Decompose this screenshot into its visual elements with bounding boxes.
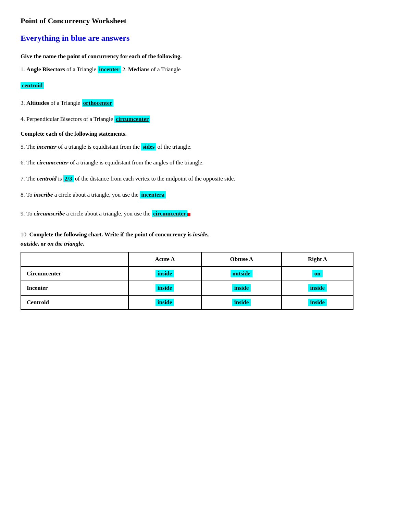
question-9: 9. To circumscribe a circle about a tria…	[21, 209, 390, 219]
q8-answer: incentera	[140, 191, 166, 198]
row-acute: inside	[128, 295, 201, 310]
q8-middle: a circle about a triangle, you use the	[53, 191, 140, 198]
question-4: 4. Perpendicular Bisectors of a Triangle…	[21, 114, 390, 124]
q8-prefix: 8. To	[21, 191, 34, 198]
q7-italic: centroid	[37, 175, 57, 182]
q10-intro3: , or	[38, 240, 48, 247]
q8-italic: inscribe	[34, 191, 53, 198]
q10-intro-onthe: on the triangle	[48, 240, 83, 247]
question-5: 5. The incenter of a triangle is equidis…	[21, 142, 390, 152]
q7-answer: 2/3	[63, 175, 74, 182]
row-label: Circumcenter	[21, 267, 128, 281]
concurrency-table: Acute Δ Obtuse Δ Right Δ Circumcenter in…	[21, 252, 353, 310]
question-3: 3. Altitudes of a Triangle orthocenter	[21, 98, 390, 108]
subtitle-blue: blue	[71, 34, 86, 42]
q9-answer: circumcenter	[152, 210, 187, 217]
subtitle-prefix: Everything in	[21, 34, 71, 42]
row-right: inside	[282, 295, 353, 310]
row-acute: inside	[128, 267, 201, 281]
q2-answer: centroid	[21, 82, 44, 89]
q1b-bold: Medians	[128, 66, 149, 73]
q5-middle: of a triangle is equidistant from the	[57, 144, 141, 150]
header-acute: Acute Δ	[128, 252, 201, 267]
q6-italic: circumcenter	[37, 159, 68, 166]
table-row: Incenter inside inside inside	[21, 281, 353, 295]
q10-intro2: ,	[207, 231, 209, 238]
question-7: 7. The centroid is 2/3 of the distance f…	[21, 174, 390, 184]
q4-prefix: 4. Perpendicular Bisectors of a Triangle	[21, 116, 114, 122]
q10-intro4: .	[83, 240, 84, 247]
q10-intro-inside: inside	[193, 231, 207, 238]
table-header-row: Acute Δ Obtuse Δ Right Δ	[21, 252, 353, 267]
q1-suffix: 2.	[121, 66, 128, 73]
q1-bold: Angle Bisectors	[26, 66, 65, 73]
q9-italic: circumscribe	[34, 210, 65, 217]
question-6: 6. The circumcenter of a triangle is equ…	[21, 158, 390, 168]
q5-italic: incenter	[37, 144, 57, 150]
q9-prefix: 9. To	[21, 210, 34, 217]
question-1: 1. Angle Bisectors of a Triangle incente…	[21, 65, 390, 75]
q1-middle: of a Triangle	[65, 66, 98, 73]
header-obtuse: Obtuse Δ	[201, 252, 282, 267]
row-obtuse: inside	[201, 295, 282, 310]
question-2-answer: centroid	[21, 81, 390, 91]
q5-prefix: 5. The	[21, 144, 37, 150]
row-acute: inside	[128, 281, 201, 295]
q1-answer: incenter	[98, 66, 121, 73]
q1b-suffix: of a Triangle	[149, 66, 180, 73]
q7-suffix: of the distance from each vertex to the …	[74, 175, 235, 182]
q3-answer: orthocenter	[82, 99, 114, 107]
q3-bold: Altitudes	[26, 100, 49, 106]
section2-label: Complete each of the following statement…	[21, 131, 390, 137]
q10-intro1: 10. Complete the following chart. Write …	[21, 231, 193, 238]
q6-middle: of a triangle is equidistant from the an…	[68, 159, 204, 166]
header-empty	[21, 252, 128, 267]
q4-answer: circumcenter	[114, 115, 150, 123]
subtitle-suffix: are answers	[86, 34, 130, 42]
table-row: Centroid inside inside inside	[21, 295, 353, 310]
red-marker: ■	[187, 213, 190, 216]
chart-intro: 10. Complete the following chart. Write …	[21, 230, 390, 248]
subtitle: Everything in blue are answers	[21, 34, 390, 43]
q7-prefix: 7. The	[21, 175, 37, 182]
q6-prefix: 6. The	[21, 159, 37, 166]
row-obtuse: inside	[201, 281, 282, 295]
q10-intro-outside: outside	[21, 240, 38, 247]
row-right: inside	[282, 281, 353, 295]
row-label: Centroid	[21, 295, 128, 310]
question-8: 8. To inscribe a circle about a triangle…	[21, 190, 390, 200]
table-row: Circumcenter inside outside on	[21, 267, 353, 281]
q5-suffix: of the triangle.	[156, 144, 191, 150]
header-right: Right Δ	[282, 252, 353, 267]
row-obtuse: outside	[201, 267, 282, 281]
q1-prefix: 1.	[21, 66, 26, 73]
q3-prefix: 3.	[21, 100, 26, 106]
q7-middle: is	[57, 175, 63, 182]
q5-answer: sides	[141, 143, 156, 150]
page-title: Point of Concurrency Worksheet	[21, 16, 390, 25]
chart-section: 10. Complete the following chart. Write …	[21, 230, 390, 310]
row-label: Incenter	[21, 281, 128, 295]
section1-label: Give the name the point of concurrency f…	[21, 53, 390, 60]
row-right: on	[282, 267, 353, 281]
q3-middle: of a Triangle	[49, 100, 82, 106]
q9-middle: a circle about a triangle, you use the	[65, 210, 152, 217]
